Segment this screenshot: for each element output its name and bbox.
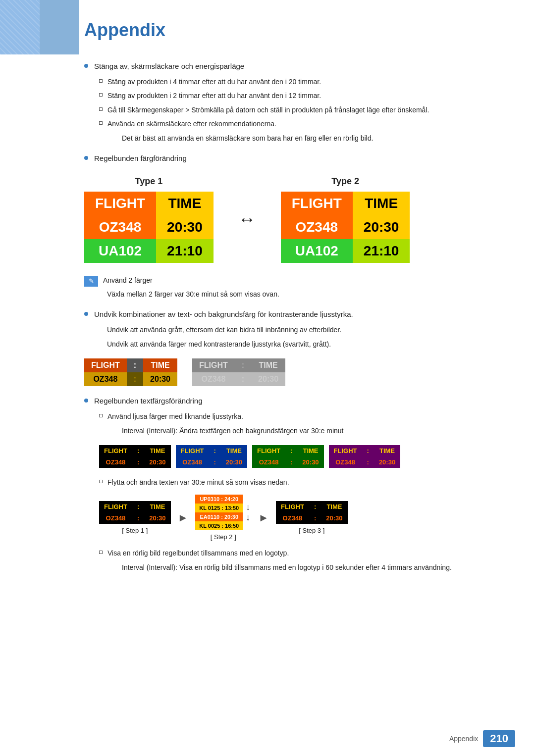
tct1-flight: FLIGHT xyxy=(99,445,132,456)
note-text-1: Det är bäst att använda en skärmsläckare… xyxy=(122,133,495,144)
contrast-row: FLIGHT : TIME OZ348 : 20:30 FLIGHT : xyxy=(84,358,495,386)
step1-block: FLIGHT : TIME OZ348 : 20:30 [ Step 1 ] xyxy=(99,501,171,534)
tct4-t: 20:30 xyxy=(374,456,400,468)
tct4-flight: FLIGHT xyxy=(329,445,362,456)
footer: Appendix 210 xyxy=(449,730,515,747)
bullet-dot-4 xyxy=(84,399,88,403)
tct-1: FLIGHT : TIME OZ348 : 20:30 xyxy=(99,445,171,468)
sub-text-1-2: Stäng av produkten i 2 timmar efter att … xyxy=(107,90,321,101)
sub-note-4-3: Interval (Intervall): Visa en rörlig bil… xyxy=(122,562,495,573)
ct1-colon: : xyxy=(127,358,143,372)
page-wrapper: Appendix Stänga av, skärmsläckare och en… xyxy=(0,0,535,756)
bullet-main-4: Regelbunden textfärgsförändring xyxy=(84,395,495,407)
ct2-t: 20:30 xyxy=(251,372,285,386)
sub-note-4-1: Interval (Intervall): Ändra textfärgen o… xyxy=(122,425,495,436)
header-blue xyxy=(40,0,79,54)
tct-2: FLIGHT : TIME OZ348 : 20:30 xyxy=(176,445,248,468)
bullet3-line2: Undvik att använda grått, eftersom det k… xyxy=(107,324,495,335)
step1-label: [ Step 1 ] xyxy=(122,527,148,534)
sub-text-1-3: Gå till Skärmegenskaper > Strömkälla på … xyxy=(107,104,429,115)
sub-text-1-1: Stäng av produkten i 4 timmar efter att … xyxy=(107,76,321,87)
footer-page: 210 xyxy=(483,730,515,747)
tct2-oz: OZ348 xyxy=(176,456,209,468)
sub-dot-4-3 xyxy=(99,551,103,554)
bullet-text-4: Regelbunden textfärgsförändring xyxy=(94,395,202,407)
s1-colon: : xyxy=(132,501,144,512)
bullet-main-1: Stänga av, skärmsläckare och energisparl… xyxy=(84,60,495,72)
type2-table: FLIGHT TIME OZ348 20:30 UA102 21:10 xyxy=(281,192,410,263)
bullet-dot-1 xyxy=(84,64,88,68)
tct1-colon: : xyxy=(132,445,144,456)
ct2-colon: : xyxy=(235,358,251,372)
s3-time: TIME xyxy=(321,501,347,512)
tct2-flight: FLIGHT xyxy=(176,445,209,456)
bullet-text-1: Stänga av, skärmsläckare och energisparl… xyxy=(94,60,244,72)
step2-table: UP0310 : 24:20 KL 0125 : 13:50 EA0110 : … xyxy=(195,495,243,530)
sub-text-1-4: Använda en skärmsläckare efter rekommend… xyxy=(107,118,276,129)
ct1-colon2: : xyxy=(127,372,143,386)
type2-t2: 21:10 xyxy=(353,239,410,263)
type-section: Type 1 FLIGHT TIME OZ348 20:30 UA102 21: xyxy=(84,176,495,263)
tct2-time: TIME xyxy=(221,445,247,456)
sub-bullet-4-1: Använd ljusa färger med liknande ljussty… xyxy=(99,411,495,422)
tct3-colon2: : xyxy=(285,456,297,468)
note-icon-symbol: ✎ xyxy=(89,277,94,285)
step2-inner: UP0310 : 24:20 KL 0125 : 13:50 EA0110 : … xyxy=(195,495,251,530)
tct1-time: TIME xyxy=(144,445,170,456)
type2-label: Type 2 xyxy=(331,176,359,187)
type2-t1: 20:30 xyxy=(353,215,410,239)
tct3-oz: OZ348 xyxy=(252,456,285,468)
bullet-main-3: Undvik kombinationer av text- och bakgru… xyxy=(84,308,495,320)
s3-colon: : xyxy=(309,501,321,512)
bullet-section-4: Regelbunden textfärgsförändring Använd l… xyxy=(84,395,495,573)
step3-block: FLIGHT : TIME OZ348 : 20:30 [ Step 3 ] xyxy=(276,501,348,534)
s2-r1: UP0310 : 24:20 xyxy=(195,495,243,504)
step-arrow-2: ► xyxy=(258,511,269,524)
tct2-colon: : xyxy=(209,445,220,456)
tct1-oz: OZ348 xyxy=(99,456,132,468)
type1-ua: UA102 xyxy=(84,239,156,263)
step3-table: FLIGHT : TIME OZ348 : 20:30 xyxy=(276,501,348,524)
type1-t1: 20:30 xyxy=(156,215,214,239)
type2-block: Type 2 FLIGHT TIME OZ348 20:30 UA102 21: xyxy=(281,176,410,263)
type1-block: Type 1 FLIGHT TIME OZ348 20:30 UA102 21: xyxy=(84,176,214,263)
sub-bullets-4: Använd ljusa färger med liknande ljussty… xyxy=(99,411,495,573)
ct1-t: 20:30 xyxy=(143,372,177,386)
s2-r3: EA0110 : 20:30 xyxy=(195,512,243,521)
main-content: Appendix Stänga av, skärmsläckare och en… xyxy=(0,0,535,611)
sub-dot-1-4 xyxy=(99,121,103,125)
s3-colon2: : xyxy=(309,512,321,524)
tct-4: FLIGHT : TIME OZ348 : 20:30 xyxy=(329,445,401,468)
steps-row: FLIGHT : TIME OZ348 : 20:30 [ Step 1 ] xyxy=(99,495,495,541)
sub-bullet-1-1: Stäng av produkten i 4 timmar efter att … xyxy=(99,76,495,87)
tct4-oz: OZ348 xyxy=(329,456,362,468)
header-bar xyxy=(0,0,79,54)
type2-ua: UA102 xyxy=(281,239,353,263)
type1-label: Type 1 xyxy=(135,176,163,187)
note-icon-row: ✎ Använd 2 färger xyxy=(84,275,495,287)
bullet-main-2: Regelbunden färgförändring xyxy=(84,152,495,164)
ct1-flight: FLIGHT xyxy=(84,358,127,372)
header-accent xyxy=(0,0,40,54)
footer-label: Appendix xyxy=(449,735,478,743)
step-arrow-1: ► xyxy=(178,511,189,524)
sub-text-4-2: Flytta och ändra texten var 30:e minut s… xyxy=(107,477,289,488)
s1-oz: OZ348 xyxy=(99,512,132,524)
sub-dot-1-1 xyxy=(99,79,103,83)
bullet-section-3: Undvik kombinationer av text- och bakgru… xyxy=(84,308,495,386)
tct3-colon: : xyxy=(285,445,297,456)
s3-t: 20:30 xyxy=(321,512,347,524)
type2-time: TIME xyxy=(353,192,410,215)
ct1-oz: OZ348 xyxy=(84,372,127,386)
type2-flight: FLIGHT xyxy=(281,192,353,215)
s1-t: 20:30 xyxy=(144,512,170,524)
s2-r4: KL 0025 : 16:50 xyxy=(195,521,243,530)
sub-text-4-1: Använd ljusa färger med liknande ljussty… xyxy=(107,411,243,422)
sub-dot-1-3 xyxy=(99,107,103,111)
bullet3-line3: Undvik att använda färger med kontraster… xyxy=(107,339,495,350)
step2-block: UP0310 : 24:20 KL 0125 : 13:50 EA0110 : … xyxy=(195,495,251,541)
bullet-dot-3 xyxy=(84,312,88,316)
step2-label: [ Step 2 ] xyxy=(211,533,236,541)
tct4-time: TIME xyxy=(374,445,400,456)
sub-dot-1-2 xyxy=(99,93,103,97)
